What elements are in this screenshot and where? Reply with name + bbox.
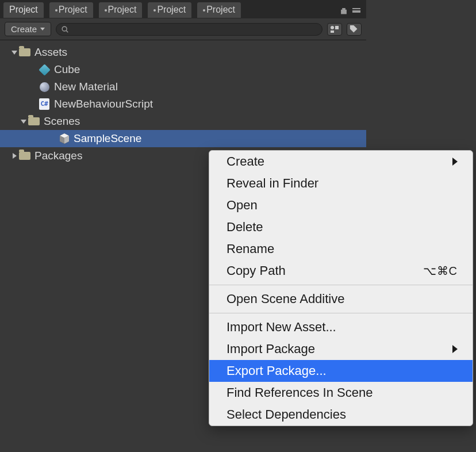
menu-label: Export Package...: [227, 363, 327, 378]
chevron-down-icon: [40, 28, 45, 30]
tab-project-2[interactable]: Project: [99, 2, 143, 18]
menu-copy-path[interactable]: Copy Path⌥⌘C: [209, 260, 473, 282]
expand-toggle[interactable]: [20, 120, 28, 124]
submenu-arrow-icon: [452, 158, 458, 166]
menu-open-scene-additive[interactable]: Open Scene Additive: [209, 288, 473, 310]
menu-export-package[interactable]: Export Package...: [209, 360, 473, 382]
menu-import-package[interactable]: Import Package: [209, 338, 473, 360]
bullet-icon: [153, 9, 156, 12]
tree-label: NewBehaviourScript: [54, 98, 153, 110]
menu-label: Open Scene Additive: [227, 292, 344, 307]
menu-label: Find References In Scene: [227, 385, 373, 400]
menu-label: Copy Path: [227, 263, 286, 278]
tab-project-1[interactable]: Project: [49, 2, 93, 18]
tree-item-samplescene[interactable]: SampleScene: [0, 130, 366, 147]
tab-label: Project: [108, 5, 137, 14]
tree-item-script[interactable]: C# NewBehaviourScript: [0, 95, 366, 113]
tree-item-cube[interactable]: Cube: [0, 61, 366, 78]
filter-by-label-button[interactable]: [347, 23, 362, 36]
bullet-icon: [203, 9, 205, 12]
panel-options-icon[interactable]: [352, 8, 360, 13]
menu-label: Rename: [227, 242, 274, 256]
submenu-arrow-icon: [452, 345, 458, 353]
material-icon: [38, 81, 51, 93]
create-button[interactable]: Create: [5, 22, 51, 36]
menu-create[interactable]: Create: [209, 151, 473, 173]
svg-point-2: [331, 26, 334, 29]
tree-item-scenes[interactable]: Scenes: [0, 113, 366, 130]
folder-icon: [18, 46, 31, 59]
tab-label: Project: [206, 5, 235, 14]
expand-toggle[interactable]: [10, 51, 18, 55]
filter-icon: [330, 25, 339, 33]
svg-rect-4: [331, 30, 334, 33]
prefab-icon: [38, 63, 51, 76]
create-button-label: Create: [11, 24, 37, 34]
tab-bar: Project Project Project Project Project: [0, 0, 366, 18]
tag-icon: [350, 25, 359, 33]
svg-point-0: [62, 26, 67, 31]
tree-label: Scenes: [44, 115, 80, 128]
svg-line-1: [66, 30, 68, 32]
menu-label: Delete: [227, 220, 263, 235]
tree-label: Assets: [34, 46, 67, 59]
menu-import-new-asset[interactable]: Import New Asset...: [209, 316, 473, 338]
tree-item-assets[interactable]: Assets: [0, 44, 366, 61]
menu-open[interactable]: Open: [209, 194, 473, 216]
menu-label: Select Dependencies: [227, 407, 346, 422]
menu-select-dependencies[interactable]: Select Dependencies: [209, 404, 473, 426]
menu-label: Import New Asset...: [227, 320, 336, 335]
unity-scene-icon: [59, 133, 70, 144]
filter-by-type-button[interactable]: [327, 23, 342, 36]
menu-separator: [209, 313, 473, 313]
search-input[interactable]: [56, 23, 323, 36]
tree-item-material[interactable]: New Material: [0, 78, 366, 95]
folder-icon: [28, 115, 40, 128]
tree-label: New Material: [54, 81, 118, 93]
menu-label: Import Package: [227, 342, 315, 357]
tab-project-3[interactable]: Project: [148, 2, 191, 18]
context-menu: Create Reveal in Finder Open Delete Rena…: [209, 150, 473, 426]
menu-delete[interactable]: Delete: [209, 216, 473, 238]
menu-label: Create: [227, 154, 264, 169]
tree-label: SampleScene: [74, 132, 141, 145]
project-toolbar: Create: [0, 18, 366, 40]
menu-label: Reveal in Finder: [227, 176, 318, 191]
tab-project-4[interactable]: Project: [197, 2, 241, 18]
asset-tree: Assets Cube New Material C# NewBehaviour…: [0, 40, 366, 168]
bullet-icon: [55, 9, 57, 12]
menu-shortcut: ⌥⌘C: [423, 264, 458, 278]
expand-toggle[interactable]: [10, 153, 18, 159]
menu-reveal-in-finder[interactable]: Reveal in Finder: [209, 173, 473, 194]
menu-rename[interactable]: Rename: [209, 238, 473, 260]
tree-label: Cube: [54, 63, 80, 76]
tab-project-active[interactable]: Project: [3, 2, 44, 18]
search-icon: [61, 25, 69, 33]
svg-rect-3: [335, 26, 339, 29]
menu-find-references[interactable]: Find References In Scene: [209, 382, 473, 404]
tab-label: Project: [157, 5, 186, 14]
bullet-icon: [105, 9, 107, 12]
tab-label: Project: [9, 5, 38, 14]
tab-label: Project: [59, 5, 87, 14]
tree-label: Packages: [34, 150, 82, 162]
folder-icon: [18, 150, 31, 162]
lock-icon[interactable]: [340, 6, 348, 14]
menu-label: Open: [227, 198, 258, 213]
menu-separator: [209, 285, 473, 285]
csharp-script-icon: C#: [38, 98, 51, 110]
